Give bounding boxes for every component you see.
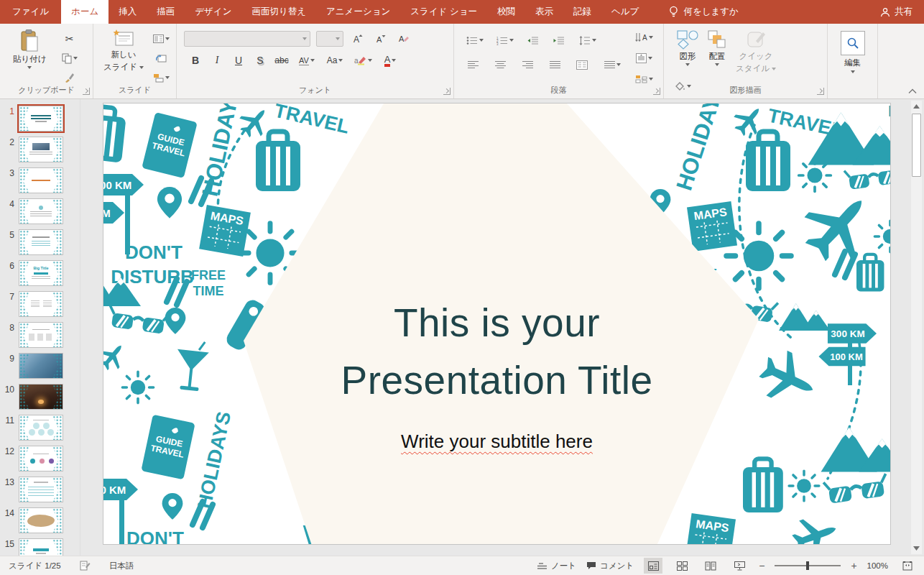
tab-animations[interactable]: アニメーション (316, 0, 400, 24)
text-direction-button[interactable]: A (632, 29, 656, 45)
character-spacing-button[interactable]: AV (295, 52, 319, 68)
clear-formatting-button[interactable]: A (395, 31, 412, 47)
slide-thumbnail-panel[interactable]: 123456Big Title789101112131415 (0, 99, 80, 556)
slide-thumbnail-row[interactable]: 9 (3, 353, 80, 379)
slide-thumb-preview[interactable] (19, 106, 63, 132)
slide-thumb-preview[interactable] (19, 507, 63, 533)
slide-sorter-view-button[interactable] (673, 558, 691, 574)
dialog-launcher-icon[interactable] (83, 88, 90, 95)
dialog-launcher-icon[interactable] (443, 88, 451, 95)
increase-font-button[interactable]: A (349, 31, 366, 47)
zoom-in-button[interactable]: + (851, 560, 856, 571)
tab-draw[interactable]: 描画 (147, 0, 185, 24)
dialog-launcher-icon[interactable] (653, 88, 660, 95)
slide-thumbnail-row[interactable]: 13 (3, 477, 80, 502)
tab-view[interactable]: 表示 (525, 0, 563, 24)
slide-thumbnail-row[interactable]: 12 (3, 446, 80, 472)
slide-thumbnail-row[interactable]: 2 (3, 137, 80, 162)
underline-button[interactable]: U (230, 52, 247, 68)
slide-thumbnail-row[interactable]: 4 (3, 198, 80, 224)
section-button[interactable] (152, 70, 170, 86)
slide-thumb-preview[interactable] (19, 322, 63, 348)
tab-design[interactable]: デザイン (185, 0, 241, 24)
slide-thumbnail-row[interactable]: 8 (3, 322, 80, 348)
slide-thumb-preview[interactable] (19, 384, 63, 410)
numbering-button[interactable]: 123 (494, 32, 516, 48)
slide-canvas[interactable]: GUIDE TRAVEL MAPS (103, 103, 891, 545)
zoom-level[interactable]: 100% (867, 561, 888, 570)
slide-thumbnail-row[interactable]: 3 (3, 167, 80, 193)
format-painter-button[interactable] (61, 70, 78, 86)
share-button[interactable]: 共有 (869, 0, 924, 24)
scrollbar-thumb[interactable] (912, 114, 921, 177)
tab-insert[interactable]: 挿入 (108, 0, 147, 24)
align-center-button[interactable] (491, 57, 509, 73)
vertical-scrollbar[interactable] (911, 101, 922, 554)
zoom-slider-thumb[interactable] (806, 561, 809, 570)
slide-thumb-preview[interactable] (19, 353, 63, 379)
zoom-slider[interactable] (775, 565, 841, 566)
reset-slide-button[interactable] (152, 50, 170, 66)
tab-record[interactable]: 記録 (563, 0, 601, 24)
slide-thumb-preview[interactable] (19, 229, 63, 255)
line-spacing-button[interactable] (576, 32, 599, 48)
arrange-button[interactable]: 配置 (703, 28, 731, 75)
normal-view-button[interactable] (644, 558, 662, 574)
slide-thumbnail-row[interactable]: 10 (3, 384, 80, 410)
font-size-combo[interactable] (316, 31, 343, 47)
justify-button[interactable] (546, 57, 563, 73)
change-case-button[interactable]: Aa (323, 52, 346, 68)
dialog-launcher-icon[interactable] (817, 88, 824, 95)
comments-button[interactable]: コメント (586, 561, 634, 571)
slide-thumbnail-row[interactable]: 15 (3, 538, 80, 556)
slide-thumbnail-row[interactable]: 1 (3, 106, 80, 132)
slide-thumbnail-row[interactable]: 5 (3, 229, 80, 255)
slide-title-textbox[interactable]: This is your Presentation Title (103, 295, 890, 410)
quick-styles-button[interactable]: クイック スタイル (731, 28, 780, 75)
bold-button[interactable]: B (187, 52, 204, 68)
align-text-button[interactable] (632, 50, 656, 66)
slide-subtitle-textbox[interactable]: Write your subtitle here (103, 431, 890, 453)
decrease-indent-button[interactable] (525, 32, 542, 48)
slide-thumbnail-row[interactable]: 7 (3, 291, 80, 317)
slide-thumbnail-row[interactable]: 11 (3, 415, 80, 441)
slide-thumb-preview[interactable] (19, 538, 63, 556)
proofing-icon[interactable] (80, 561, 91, 571)
fit-slide-to-window-button[interactable] (898, 558, 917, 574)
italic-button[interactable]: I (208, 52, 226, 68)
slide-thumb-preview[interactable] (19, 446, 63, 472)
tab-slideshow[interactable]: スライド ショー (400, 0, 487, 24)
strikethrough-button[interactable]: abc (273, 52, 290, 68)
tab-review[interactable]: 校閲 (487, 0, 525, 24)
editing-button[interactable]: 編集 (841, 31, 865, 98)
slide-thumbnail-row[interactable]: 6Big Title (3, 260, 80, 286)
slide-thumb-preview[interactable] (19, 137, 63, 162)
reading-view-button[interactable] (701, 558, 720, 574)
scroll-up-arrow[interactable] (911, 101, 922, 112)
tell-me-box[interactable]: 何をしますか (669, 0, 738, 24)
slide-layout-button[interactable] (152, 31, 170, 47)
zoom-out-button[interactable]: − (759, 560, 764, 571)
columns-button[interactable] (573, 57, 591, 73)
shapes-button[interactable]: 図形 (673, 28, 703, 75)
align-right-button[interactable] (519, 57, 536, 73)
notes-button[interactable]: ノート (537, 561, 576, 571)
slide-thumb-preview[interactable] (19, 291, 63, 317)
collapse-ribbon-button[interactable] (908, 88, 917, 94)
cut-button[interactable]: ✂ (61, 31, 78, 47)
add-remove-columns-button[interactable] (601, 57, 624, 73)
tab-home[interactable]: ホーム (61, 0, 108, 24)
slide-thumb-preview[interactable]: Big Title (19, 260, 63, 286)
bullets-button[interactable] (464, 32, 486, 48)
scroll-down-arrow[interactable] (911, 543, 922, 554)
copy-button[interactable] (61, 50, 78, 66)
tab-file[interactable]: ファイル (0, 0, 61, 24)
font-name-combo[interactable] (184, 31, 310, 47)
slide-thumbnail-row[interactable]: 14 (3, 507, 80, 533)
tab-help[interactable]: ヘルプ (601, 0, 649, 24)
slide-thumb-preview[interactable] (19, 198, 63, 224)
align-left-button[interactable] (464, 57, 481, 73)
slide-thumb-preview[interactable] (19, 167, 63, 193)
tab-transitions[interactable]: 画面切り替え (241, 0, 316, 24)
slide-thumb-preview[interactable] (19, 477, 63, 502)
